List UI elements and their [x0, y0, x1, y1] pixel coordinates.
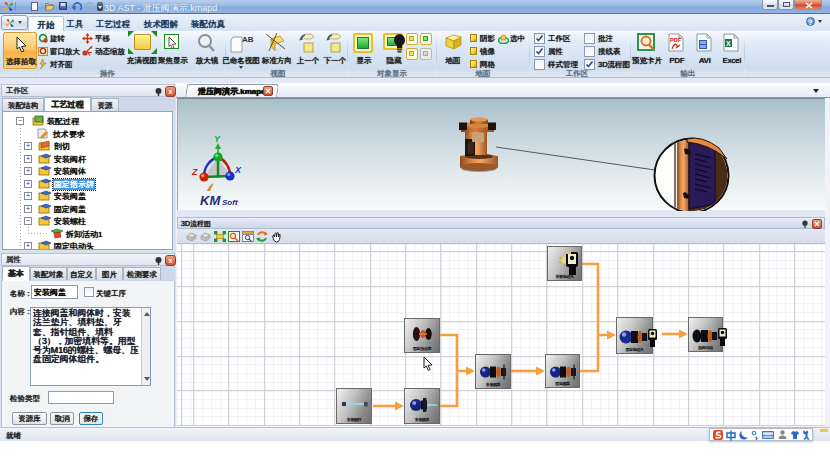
svg-text:AB: AB — [242, 35, 254, 44]
svg-text:Y: Y — [214, 134, 221, 144]
svg-text:X: X — [726, 40, 731, 47]
svg-text:PDF: PDF — [670, 37, 682, 43]
svg-text:X: X — [234, 165, 242, 175]
svg-text:KM: KM — [200, 193, 221, 208]
svg-text:Z: Z — [191, 167, 198, 177]
svg-text:Soft: Soft — [222, 198, 238, 207]
